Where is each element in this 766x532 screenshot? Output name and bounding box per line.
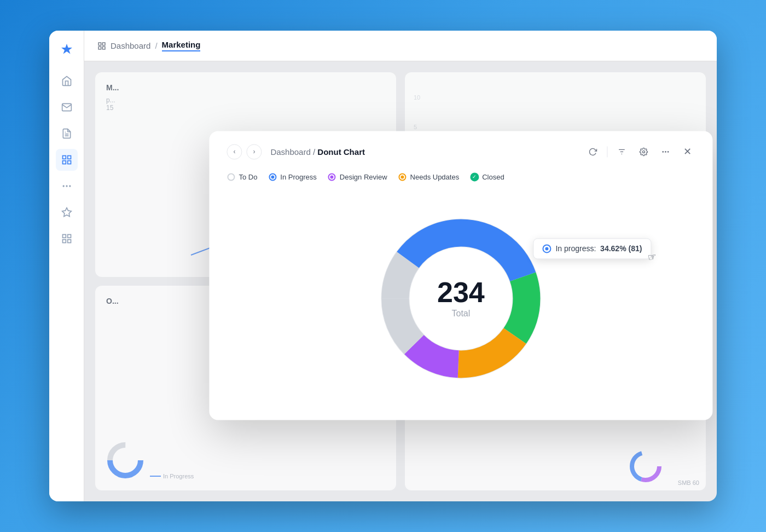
svg-point-29 [668, 151, 669, 153]
header: Dashboard / Marketing [84, 31, 717, 61]
svg-rect-11 [67, 235, 71, 238]
svg-rect-3 [67, 156, 71, 159]
legend-closed-icon: ✓ [470, 172, 479, 181]
svg-rect-15 [102, 43, 105, 45]
sidebar-item-home[interactable] [56, 70, 78, 92]
breadcrumb: Dashboard / Marketing [97, 40, 200, 51]
legend-inprogress: In Progress [268, 172, 316, 181]
close-button[interactable]: ✕ [680, 144, 695, 159]
legend-closed-label: Closed [482, 173, 504, 181]
legend-needsupdates-label: Needs Updates [410, 173, 460, 181]
legend-todo: To Do [227, 172, 257, 181]
donut-chart: 234 Total [373, 211, 548, 386]
legend: To Do In Progress Design Review [227, 172, 695, 181]
svg-rect-2 [62, 156, 66, 159]
tooltip: In progress: 34.62% (81) ☞ [533, 238, 651, 259]
donut-center: 234 Total [437, 278, 485, 319]
svg-rect-17 [98, 47, 101, 49]
legend-needsupdates-icon [398, 172, 407, 181]
svg-point-6 [62, 185, 64, 187]
dashboard-grid: M... p...15 10 5 0 [84, 61, 717, 501]
donut-total-label: Total [437, 309, 485, 319]
tooltip-label: In progress: [555, 244, 596, 253]
legend-designreview-label: Design Review [340, 173, 387, 181]
refresh-button[interactable] [585, 144, 600, 159]
legend-closed: ✓ Closed [470, 172, 504, 181]
svg-rect-4 [67, 161, 71, 164]
app-logo[interactable] [57, 39, 77, 59]
svg-rect-5 [62, 161, 66, 164]
sidebar-item-apps[interactable] [56, 228, 78, 250]
legend-inprogress-label: In Progress [280, 173, 316, 181]
legend-designreview: Design Review [328, 172, 387, 181]
svg-marker-9 [62, 208, 71, 217]
chart-container: 234 Total In progress: 34.62% (81) ☞ [227, 194, 695, 402]
breadcrumb-current: Marketing [162, 40, 201, 51]
legend-needsupdates: Needs Updates [398, 172, 460, 181]
nav-forward-button[interactable]: › [246, 144, 262, 159]
card-top-left-sub: p...15 [106, 96, 385, 112]
svg-rect-10 [62, 235, 66, 238]
svg-rect-16 [102, 47, 105, 49]
svg-rect-12 [67, 240, 71, 243]
card-top-left-title: M... [106, 83, 385, 92]
tooltip-text: In progress: 34.62% (81) [555, 244, 642, 253]
nav-back-button[interactable]: ‹ [227, 144, 242, 159]
filter-button[interactable] [614, 144, 629, 159]
modal-breadcrumb-base: Dashboard [270, 147, 310, 157]
breadcrumb-base: Dashboard [111, 41, 150, 50]
modal-breadcrumb-current: Donut Chart [317, 147, 365, 157]
sidebar-item-favorites[interactable] [56, 201, 78, 223]
app-window: Dashboard / Marketing M... p...15 [49, 31, 717, 501]
donut-total: 234 [437, 278, 485, 307]
svg-point-26 [642, 151, 645, 153]
svg-point-27 [662, 151, 664, 153]
sidebar-item-docs[interactable] [56, 123, 78, 144]
dashboard-icon [97, 42, 106, 50]
breadcrumb-separator: / [155, 41, 157, 50]
modal-nav: ‹ › Dashboard / Donut Chart [227, 144, 365, 159]
legend-todo-label: To Do [239, 173, 257, 181]
legend-inprogress-icon [268, 172, 277, 181]
svg-point-28 [665, 151, 666, 153]
smb-label: SMB 60 [678, 479, 699, 486]
svg-rect-14 [98, 43, 101, 45]
mini-pie [629, 450, 662, 483]
sidebar [49, 31, 84, 501]
modal-breadcrumb-sep: / [313, 147, 317, 157]
tooltip-icon [542, 244, 551, 253]
svg-point-7 [66, 185, 67, 187]
modal-breadcrumb: Dashboard / Donut Chart [270, 147, 365, 157]
sidebar-item-dashboard[interactable] [56, 149, 78, 171]
legend-todo-icon [227, 172, 235, 181]
tooltip-value: 34.62% (81) [600, 244, 642, 253]
main-content: Dashboard / Marketing M... p...15 [84, 31, 717, 501]
mini-donut [106, 441, 144, 479]
more-button[interactable] [658, 144, 673, 159]
in-progress-footer: In Progress [150, 473, 194, 479]
legend-designreview-icon [328, 172, 336, 181]
sidebar-item-more[interactable] [56, 175, 78, 197]
divider-1 [607, 146, 607, 157]
svg-rect-13 [62, 240, 66, 243]
modal-actions: ✕ [585, 144, 695, 159]
cursor-icon: ☞ [647, 250, 658, 263]
modal-overlay: ‹ › Dashboard / Donut Chart [209, 131, 712, 420]
settings-button[interactable] [636, 144, 651, 159]
modal-header: ‹ › Dashboard / Donut Chart [227, 144, 695, 159]
sidebar-item-inbox[interactable] [56, 96, 78, 118]
svg-point-8 [69, 185, 71, 187]
